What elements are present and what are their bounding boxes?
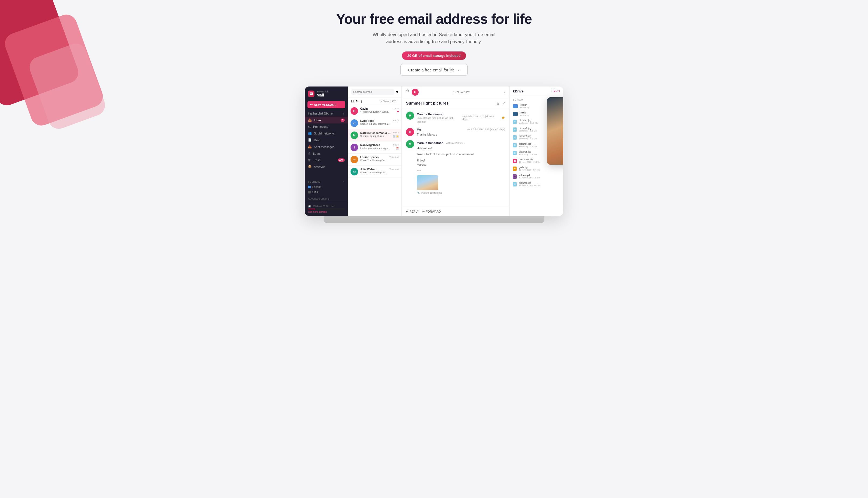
msg-sender-info-1: Marcus Henderson Look at those nice pict… [417, 112, 462, 124]
sidebar: Infomaniak Mail ✏ NEW MESSAGE heather.cl… [305, 87, 348, 216]
star-icon-1[interactable]: ★ [501, 115, 505, 120]
email-subject-gavin: " Peace On Earth A Wonderful Wish But No… [360, 110, 391, 113]
kdrive-folder-icon-2 [513, 112, 518, 116]
user-avatar[interactable]: H [412, 89, 419, 96]
email-time-julie: Yesterday [389, 168, 399, 170]
kdrive-file-icon-zip: 🗜 [513, 167, 517, 171]
svg-rect-0 [547, 97, 563, 165]
kdrive-file-pic6[interactable]: 🖼 picture6.jpg 11 Nov. 2020 · 261 Mo [510, 180, 563, 188]
sidebar-infomaniak: Infomaniak [317, 90, 328, 93]
kdrive-file-icon-pic5: 🖼 [513, 151, 517, 155]
inbox-label: Inbox [314, 119, 321, 122]
new-message-button[interactable]: ✏ NEW MESSAGE [308, 101, 345, 108]
msg-dots: ••• [417, 168, 505, 173]
email-unread-gavin [397, 111, 399, 113]
photo-svg [547, 97, 563, 165]
forward-button[interactable]: ↪ FORWARD [422, 210, 441, 213]
msg-avatar-1: M [406, 112, 414, 120]
email-item-gavin[interactable]: G Gavin " Peace On Earth A Wonderful Wis… [348, 105, 402, 117]
more-options-icon[interactable]: ⋮ [360, 100, 363, 103]
kdrive-file-icon-vid: 🎬 [513, 174, 517, 179]
trash-badge: 426 [338, 158, 344, 162]
kdrive-file-vid[interactable]: 🎬 video.mp4 12 Nov. 2020 · 1.5 Mo [510, 172, 563, 180]
msg-header-1: Marcus Henderson Look at those nice pict… [417, 112, 505, 124]
sidebar-item-draft[interactable]: 📄 Draft [305, 136, 348, 143]
email-item-ivan[interactable]: I Ivan Magalhães Invites you to a meetin… [348, 142, 402, 154]
photo-preview-inner: picture1.jpg [547, 97, 563, 165]
email-avatar-ivan: I [351, 144, 358, 151]
print-icon[interactable]: 🖨 [497, 101, 500, 105]
pagination: 1 - 50 sur 1987 [379, 100, 396, 103]
new-message-label: NEW MESSAGE [314, 103, 337, 106]
sidebar-logo [308, 91, 314, 97]
folder-friends-icon [308, 186, 311, 188]
sidebar-item-spam[interactable]: ⚠ Spam [305, 150, 348, 157]
message-1: M Marcus Henderson Look at those nice pi… [406, 112, 505, 125]
global-pagination: 1 - 50 sur 1987 [453, 91, 470, 93]
email-item-julie[interactable]: JW Julie Walker When The Morning Dawns Y… [348, 166, 402, 178]
email-sender-ivan: Ivan Magalhães [360, 144, 391, 147]
storage-bar [308, 209, 344, 209]
msg-sign-3: Marcus [417, 162, 505, 167]
flag-icon: ⭐ [396, 135, 399, 138]
storage-icon: 💾 [308, 205, 311, 208]
draft-label: Draft [314, 139, 321, 142]
storage-badge: 20 GB of email storage included [402, 51, 466, 60]
storage-link[interactable]: Get more storage [308, 210, 327, 213]
social-icon: 👥 [308, 131, 312, 135]
kdrive-select[interactable]: Select [553, 90, 560, 93]
search-input[interactable] [351, 89, 394, 95]
advanced-options[interactable]: Advanced options [305, 196, 348, 202]
folder-girls-label: Girls [312, 191, 318, 194]
folder-girls[interactable]: Girls [308, 189, 344, 195]
trash-icon: 🗑 [308, 158, 311, 162]
kdrive-file-meta-vid: 12 Nov. 2020 · 1.5 Mo [519, 176, 560, 179]
table-surface [324, 215, 544, 223]
sent-icon: 📤 [308, 145, 312, 148]
email-meta-louise: Yesterday [389, 156, 399, 163]
email-item-louise[interactable]: LS Louise Sparks When The Morning Dawns … [348, 154, 402, 166]
sidebar-item-promotions[interactable]: 🏷 Promotions [305, 123, 348, 130]
hero-title: Your free email address for life [336, 11, 532, 27]
msg-content-2: Me sept. 5th 2018 13:11 (since 3 days) T… [417, 128, 505, 137]
email-time-louise: Yesterday [389, 156, 399, 158]
email-meta-marcus: 09:58 📎 ⭐ [393, 131, 399, 139]
kdrive-file-name-zip: grab.zip [519, 166, 560, 169]
page-wrapper: Your free email address for life Wholly … [0, 0, 868, 239]
global-next-icon[interactable]: › [504, 91, 505, 94]
attachment-clip-icon: 📎 [417, 192, 420, 194]
checkbox-all[interactable]: ☐ [351, 100, 354, 103]
email-item-marcus[interactable]: M Marcus Henderson & me Summer light pic… [348, 129, 402, 142]
sidebar-item-social[interactable]: 👥 Social networks [305, 130, 348, 136]
sidebar-item-inbox[interactable]: 📥 Inbox 8 [305, 117, 348, 123]
msg-attachment-3[interactable]: 📎 Picture-100493.jpg [417, 192, 505, 194]
kdrive-file-meta-pic6: 11 Nov. 2020 · 261 Mo [519, 184, 560, 187]
email-subject-lydia: Carson is back, better than ever! Over a… [360, 122, 391, 125]
search-dropdown-icon[interactable]: ▾ [396, 90, 398, 95]
settings-icon[interactable]: ⚙ [406, 89, 409, 96]
email-item-lydia[interactable]: LT Lydia Todd Carson is back, better tha… [348, 117, 402, 129]
inbox-badge: 8 [341, 119, 344, 122]
folders-label: FOLDERS [308, 181, 321, 183]
kdrive-file-zip[interactable]: 🗜 grab.zip 12 Nov. 2020 · 8.4 Mo [510, 165, 563, 172]
storage-used: 500 Mo / 20 Go used [313, 205, 335, 208]
kdrive-file-icon-pic6: 🖼 [513, 182, 517, 186]
next-page-icon[interactable]: › [397, 100, 398, 103]
expand-icon[interactable]: ⤢ [502, 101, 505, 105]
cta-button[interactable]: Create a free email for life → [401, 64, 467, 76]
sidebar-item-sent[interactable]: 📤 Sent messages [305, 143, 348, 150]
sidebar-app-info: Infomaniak Mail [317, 90, 328, 97]
folder-friends[interactable]: Friends [308, 184, 344, 189]
sidebar-item-archived[interactable]: 📦 Archived [305, 163, 348, 170]
reply-button[interactable]: ↩ REPLY [406, 210, 419, 213]
kdrive-folder-icon-1 [513, 104, 518, 108]
sidebar-item-trash[interactable]: 🗑 Trash 426 [305, 157, 348, 163]
email-sender-marcus: Marcus Henderson & me [360, 131, 391, 134]
message-3: M Marcus Henderson 4 Route Balmer ↓ Hi H… [406, 140, 505, 194]
refresh-icon[interactable]: ↻ [356, 100, 358, 103]
email-avatar-marcus: M [351, 131, 358, 139]
email-sender-louise: Louise Sparks [360, 156, 387, 159]
msg-header-3: Marcus Henderson 4 Route Balmer ↓ [417, 140, 505, 145]
folders-add-icon[interactable]: + [343, 181, 344, 183]
global-header-actions: ⚙ H [406, 89, 419, 96]
